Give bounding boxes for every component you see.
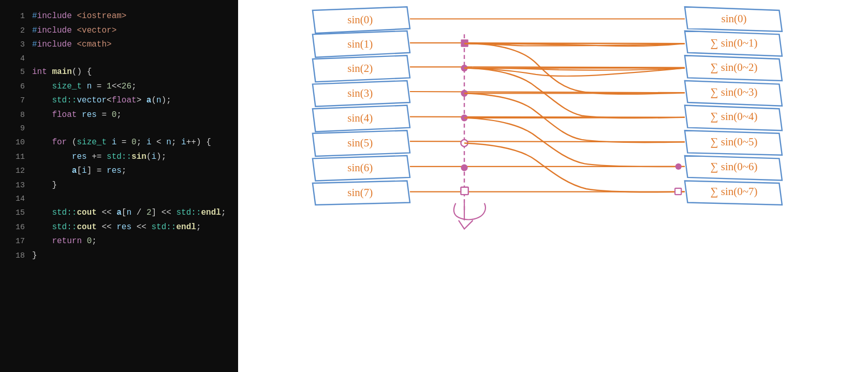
dot-6 (461, 164, 467, 171)
code-token: std:: (52, 206, 77, 220)
code-token: size_t (77, 136, 107, 150)
code-token: <cmath> (77, 38, 111, 52)
left-box-2: sin(2) (313, 55, 410, 82)
code-line-7: 7 std::vector<float> a(n); (10, 94, 228, 108)
right-box-0: sin(0) (685, 7, 782, 32)
line-number: 11 (10, 151, 25, 164)
code-token: int (32, 65, 47, 80)
line-number: 5 (10, 66, 25, 79)
code-token: float (112, 94, 137, 108)
code-token: << (131, 220, 151, 235)
code-token: ; (131, 80, 137, 94)
code-token: n (166, 136, 171, 150)
code-token: ; (196, 220, 201, 235)
code-line-15: 15 std::cout << a[n / 2] << std::endl; (10, 206, 228, 220)
code-token: ; (92, 234, 97, 249)
right-box-3: ∑ sin(0~3) (685, 81, 782, 106)
line-number: 16 (10, 221, 25, 234)
left-box-5: sin(5) (313, 130, 410, 156)
line-number: 8 (10, 109, 25, 122)
code-token (32, 206, 52, 220)
code-token: [ (77, 164, 82, 178)
code-token: i (146, 136, 152, 150)
code-token: a (116, 206, 122, 220)
code-token: ; (171, 136, 181, 150)
code-token: include (37, 24, 72, 38)
code-token: res (116, 220, 131, 235)
code-line-3: 3#include <cmath> (10, 38, 228, 52)
code-token: 0 (87, 234, 92, 249)
line-number: 18 (10, 249, 25, 263)
code-token: ] << (151, 206, 176, 220)
code-token: n (156, 94, 161, 108)
line-number: 9 (10, 122, 25, 136)
code-line-8: 8 float res = 0; (10, 108, 228, 123)
code-token: 26 (122, 80, 131, 94)
line-number: 4 (10, 52, 25, 66)
arrow-h-2b (473, 67, 685, 67)
code-line-2: 2#include <vector> (10, 24, 228, 38)
code-token: > (137, 94, 146, 108)
code-token: ( (151, 94, 156, 108)
line-number: 12 (10, 165, 25, 178)
code-token: std:: (107, 150, 131, 165)
code-token: ; (122, 164, 127, 178)
left-box-6: sin(6) (313, 156, 410, 181)
code-token: ); (156, 150, 166, 165)
code-line-17: 17 return 0; (10, 234, 228, 249)
code-token: for (52, 136, 67, 150)
code-line-12: 12 a[i] = res; (10, 164, 228, 178)
code-token: std:: (52, 94, 77, 108)
code-token: vector (77, 94, 107, 108)
code-token: 0 (131, 136, 137, 150)
code-panel: 1#include <iostream>2#include <vector>3#… (0, 0, 238, 372)
code-token: std:: (176, 206, 201, 220)
line-number: 3 (10, 38, 25, 52)
code-token (32, 94, 52, 108)
code-token (72, 9, 77, 24)
code-token: res (107, 164, 122, 178)
left-box-4: sin(4) (313, 106, 410, 132)
code-token: endl (176, 220, 196, 235)
left-box-3: sin(3) (313, 81, 410, 107)
right-dot-6 (675, 163, 682, 170)
code-token: = (97, 108, 112, 123)
code-token: std:: (52, 220, 77, 235)
code-token: return (52, 234, 82, 249)
code-line-13: 13 } (10, 178, 228, 193)
left-label-6: sin(6) (347, 161, 373, 174)
code-token: = (116, 136, 131, 150)
code-token (72, 24, 77, 38)
code-token: sin (131, 150, 146, 165)
line-number: 6 (10, 80, 25, 94)
diagram-panel: sin(0) sin(1) sin(2) sin(3) sin(4) sin(5… (238, 0, 868, 372)
code-token (32, 150, 72, 165)
code-token: } (32, 178, 57, 193)
code-token: 2 (146, 206, 152, 220)
dot-7 (461, 187, 468, 195)
code-token: main (52, 65, 71, 80)
code-token: include (37, 9, 72, 24)
code-token (82, 80, 87, 94)
code-token: / (131, 206, 146, 220)
code-token (32, 80, 52, 94)
code-token: n (87, 80, 92, 94)
right-box-1: ∑ sin(0~1) (685, 31, 782, 56)
left-label-4: sin(4) (347, 112, 373, 124)
code-token: 1 (107, 80, 112, 94)
left-label-1: sin(1) (347, 38, 373, 50)
line-number: 7 (10, 94, 25, 108)
code-line-4: 4 (10, 52, 228, 66)
code-token: # (32, 24, 37, 38)
code-token: ] = (87, 164, 107, 178)
code-token: a (72, 164, 77, 178)
code-token: ; (137, 136, 146, 150)
line-number: 15 (10, 206, 25, 220)
right-label-0: sin(0) (722, 12, 747, 25)
code-token: [ (122, 206, 127, 220)
code-token: < (107, 94, 112, 108)
code-token: << (97, 220, 116, 235)
code-token (47, 65, 52, 80)
code-token (32, 164, 72, 178)
code-token (32, 234, 52, 249)
